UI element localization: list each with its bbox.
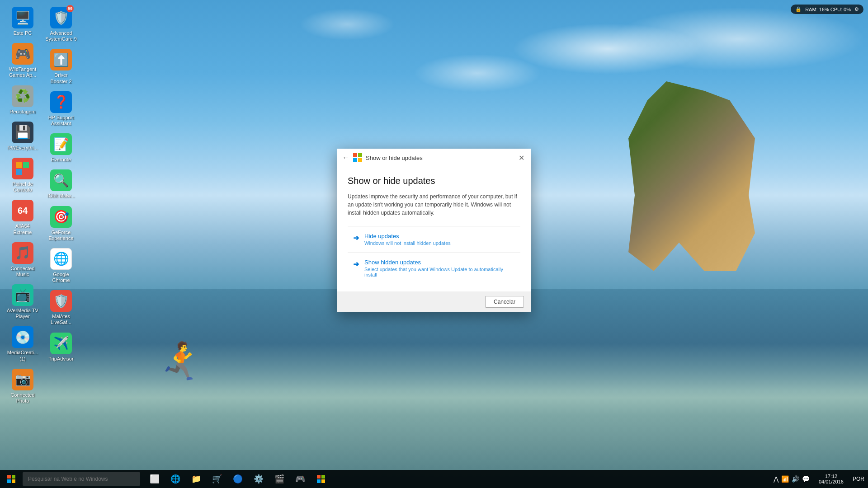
hide-updates-arrow: ➜ bbox=[353, 234, 359, 242]
show-hidden-title: Show hidden updates bbox=[364, 259, 515, 266]
svg-rect-6 bbox=[353, 158, 357, 162]
show-hide-updates-dialog: ← Show or hide updates ✕ Show or hide up… bbox=[337, 149, 531, 312]
dialog-overlay: ← Show or hide updates ✕ Show or hide up… bbox=[0, 0, 868, 488]
svg-rect-5 bbox=[358, 153, 362, 157]
show-hidden-content: Show hidden updates Select updates that … bbox=[364, 259, 515, 277]
svg-rect-7 bbox=[358, 158, 362, 162]
dialog-back-button[interactable]: ← bbox=[342, 154, 349, 162]
dialog-body: Show or hide updates Updates improve the… bbox=[337, 167, 531, 291]
cancel-button[interactable]: Cancelar bbox=[485, 296, 524, 308]
dialog-heading: Show or hide updates bbox=[348, 176, 520, 186]
dialog-options-list: ➜ Hide updates Windows will not install … bbox=[348, 226, 520, 284]
dialog-footer: Cancelar bbox=[337, 291, 531, 312]
dialog-description: Updates improve the security and perform… bbox=[348, 192, 520, 217]
hide-updates-title: Hide updates bbox=[364, 233, 451, 239]
svg-rect-4 bbox=[353, 153, 357, 157]
desktop: 🏃 🔒 RAM: 16% CPU: 0% ⚙ 🖥️ Este PC 🎮 Wild… bbox=[0, 0, 868, 488]
hide-updates-option[interactable]: ➜ Hide updates Windows will not install … bbox=[348, 226, 520, 253]
dialog-close-button[interactable]: ✕ bbox=[515, 151, 528, 164]
show-hidden-updates-option[interactable]: ➜ Show hidden updates Select updates tha… bbox=[348, 253, 520, 284]
dialog-titlebar: ← Show or hide updates ✕ bbox=[337, 149, 531, 167]
show-hidden-subtitle: Select updates that you want Windows Upd… bbox=[364, 267, 515, 277]
show-hidden-arrow: ➜ bbox=[353, 260, 359, 268]
hide-updates-content: Hide updates Windows will not install hi… bbox=[364, 233, 451, 246]
ms-logo bbox=[353, 153, 362, 162]
dialog-title: Show or hide updates bbox=[366, 155, 423, 161]
hide-updates-subtitle: Windows will not install hidden updates bbox=[364, 240, 451, 246]
